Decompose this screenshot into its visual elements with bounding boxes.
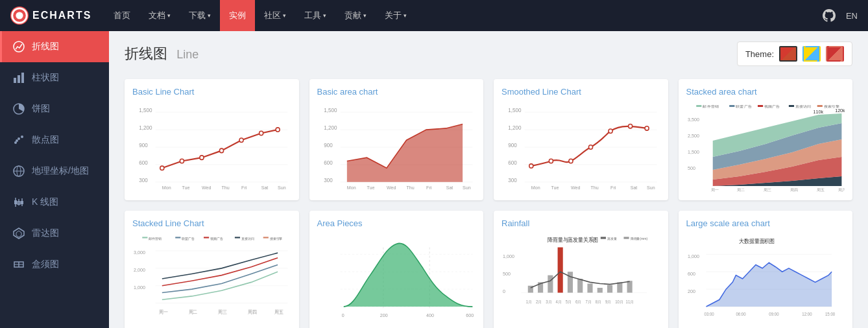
svg-text:3月: 3月 — [546, 299, 551, 304]
svg-text:3,000: 3,000 — [134, 250, 145, 255]
chart-card-area-pieces[interactable]: Area Pieces — [309, 211, 484, 328]
svg-point-45 — [219, 148, 223, 152]
nav-home[interactable]: 首页 — [104, 0, 139, 31]
svg-text:600: 600 — [508, 159, 517, 166]
sidebar-item-map[interactable]: 地理坐标/地图 — [0, 156, 109, 187]
svg-text:周一: 周一 — [710, 188, 718, 192]
svg-text:联盟广告: 联盟广告 — [182, 237, 194, 240]
nav-about[interactable]: 关于▾ — [376, 0, 416, 31]
logo[interactable]: ECHARTS — [10, 6, 91, 25]
theme-swatch-vintage[interactable] — [779, 46, 797, 62]
svg-text:11月: 11月 — [626, 299, 634, 304]
sidebar-item-radar[interactable]: 雷达图 — [0, 218, 109, 249]
nav-contribute[interactable]: 贡献▾ — [335, 0, 376, 31]
candlestick-chart-icon — [12, 196, 25, 209]
svg-rect-163 — [568, 272, 573, 292]
nav-examples[interactable]: 实例 — [220, 0, 255, 31]
chart-preview-large-area: 大数据量面积图 1,000 600 200 — [686, 233, 845, 324]
svg-text:直接访问: 直接访问 — [795, 104, 811, 108]
svg-marker-21 — [16, 231, 21, 237]
chart-card-stacked-line[interactable]: Stacked Line Chart 邮件营销 联盟广告 视频广告 直接访问 搜… — [125, 211, 299, 328]
svg-text:Thu: Thu — [591, 184, 599, 190]
svg-text:600: 600 — [466, 312, 474, 318]
svg-text:周五: 周五 — [816, 188, 824, 192]
theme-swatch-shine[interactable] — [802, 46, 821, 62]
svg-rect-120 — [175, 237, 180, 238]
sidebar-item-boxplot[interactable]: 盒须图 — [0, 249, 109, 280]
svg-text:Thu: Thu — [406, 184, 414, 190]
chart-grid: Basic Line Chart 1,500 1,200 900 600 300 — [125, 79, 852, 200]
bar-chart-icon — [12, 71, 25, 84]
logo-icon — [10, 6, 29, 25]
svg-text:Fri: Fri — [241, 184, 247, 190]
sidebar-label-boxplot: 盒须图 — [32, 259, 59, 270]
nav-community[interactable]: 社区▾ — [255, 0, 295, 31]
svg-rect-118 — [142, 237, 147, 238]
svg-point-84 — [529, 164, 533, 168]
svg-text:6月: 6月 — [575, 299, 581, 304]
sidebar-item-scatter[interactable]: 散点图 — [0, 124, 109, 156]
svg-text:周六: 周六 — [838, 187, 845, 192]
svg-text:联盟广告: 联盟广告 — [736, 104, 751, 108]
svg-text:1,500: 1,500 — [139, 107, 152, 113]
svg-text:110k: 110k — [813, 110, 823, 114]
svg-rect-153 — [623, 237, 629, 239]
sidebar-label-bar: 柱状图 — [32, 72, 59, 84]
svg-text:Sun: Sun — [647, 184, 655, 190]
top-navigation: ECHARTS 首页 文档▾ 下载▾ 实例 社区▾ 工具▾ 贡献▾ 关于▾ EN — [0, 0, 868, 31]
nav-docs[interactable]: 文档▾ — [139, 0, 180, 31]
chart-card-large-area[interactable]: Large scale area chart 大数据量面积图 1,000 600… — [679, 211, 853, 328]
svg-text:2,500: 2,500 — [688, 134, 699, 138]
chart-title-basic-line: Basic Line Chart — [132, 87, 291, 97]
github-icon[interactable] — [823, 9, 836, 22]
svg-point-1 — [16, 12, 23, 19]
svg-text:Mon: Mon — [162, 184, 171, 190]
svg-point-88 — [609, 129, 612, 133]
svg-text:120k: 120k — [835, 108, 845, 113]
svg-text:周二: 周二 — [737, 188, 745, 192]
svg-text:2,000: 2,000 — [134, 267, 145, 273]
sidebar-label-candlestick: K 线图 — [32, 196, 58, 208]
svg-text:1,200: 1,200 — [508, 124, 522, 131]
sidebar-item-line[interactable]: 折线图 — [0, 31, 109, 62]
theme-label: Theme: — [745, 49, 774, 59]
svg-point-43 — [180, 159, 184, 163]
chart-card-smoothed-line[interactable]: Smoothed Line Chart 1,500 1,200 900 600 … — [494, 79, 668, 200]
svg-text:搜索引擎: 搜索引擎 — [270, 237, 282, 240]
chart-card-rainfall[interactable]: Rainfall 降雨量与蒸发量关系图 蒸发量 降雨量(mm) 1,000 50… — [494, 211, 668, 328]
svg-text:降雨量与蒸发量关系图: 降雨量与蒸发量关系图 — [548, 237, 598, 243]
svg-rect-122 — [204, 237, 209, 238]
svg-point-86 — [569, 159, 573, 163]
svg-text:03:00: 03:00 — [704, 312, 714, 316]
svg-text:1,200: 1,200 — [324, 124, 337, 131]
svg-text:Sat: Sat — [261, 184, 269, 190]
svg-text:Sat: Sat — [446, 184, 453, 190]
svg-rect-151 — [601, 237, 606, 239]
svg-rect-165 — [587, 284, 592, 293]
chart-card-basic-line[interactable]: Basic Line Chart 1,500 1,200 900 600 300 — [125, 79, 299, 200]
svg-text:1,000: 1,000 — [134, 285, 145, 290]
sidebar-item-bar[interactable]: 柱状图 — [0, 62, 109, 93]
sidebar-item-candlestick[interactable]: K 线图 — [0, 187, 109, 218]
svg-text:蒸发量: 蒸发量 — [607, 237, 617, 240]
chart-preview-stacked-area: 邮件营销 联盟广告 视频广告 直接访问 搜索引擎 3,500 2,500 1,5… — [686, 102, 845, 193]
svg-text:400: 400 — [426, 312, 434, 318]
chart-card-stacked-area[interactable]: Stacked area chart 邮件营销 联盟广告 视频广告 直接访问 搜… — [679, 79, 853, 200]
svg-text:周四: 周四 — [790, 188, 797, 192]
svg-text:Mon: Mon — [531, 184, 540, 190]
svg-point-10 — [16, 139, 18, 142]
svg-text:1月: 1月 — [526, 299, 532, 304]
chart-title-area-pieces: Area Pieces — [317, 218, 476, 228]
lang-switch[interactable]: EN — [846, 11, 858, 21]
sidebar-item-pie[interactable]: 饼图 — [0, 93, 109, 124]
nav-tools[interactable]: 工具▾ — [295, 0, 335, 31]
theme-swatch-roma[interactable] — [826, 46, 844, 62]
svg-point-47 — [259, 131, 263, 135]
svg-text:邮件营销: 邮件营销 — [703, 104, 718, 108]
svg-text:900: 900 — [324, 142, 333, 148]
sidebar-label-scatter: 散点图 — [32, 134, 59, 146]
chart-card-basic-area[interactable]: Basic area chart 1,500 1,200 900 600 300… — [309, 79, 484, 200]
logo-text: ECHARTS — [32, 10, 91, 21]
svg-text:Wed: Wed — [202, 184, 211, 190]
nav-download[interactable]: 下载▾ — [180, 0, 220, 31]
